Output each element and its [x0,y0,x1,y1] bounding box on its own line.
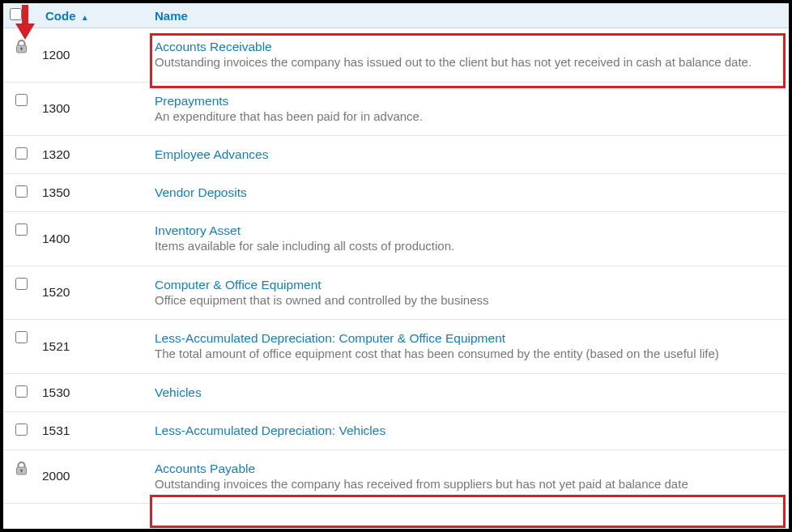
account-description: Outstanding invoices the company has rec… [155,476,784,492]
table-row: 1531Less-Accumulated Depreciation: Vehic… [3,411,789,449]
account-description: An expenditure that has been paid for in… [155,109,784,125]
row-code: 1320 [39,136,148,174]
table-row: 1400Inventory AssetItems available for s… [3,212,789,266]
select-all-checkbox[interactable] [10,8,22,20]
row-code: 1400 [39,212,148,266]
account-link[interactable]: Less-Accumulated Depreciation: Computer … [155,331,505,345]
row-select-cell [3,411,39,449]
row-name-cell: Less-Accumulated Depreciation: Vehicles [148,411,789,449]
row-name-cell: Employee Advances [148,136,789,174]
table-row: 1200Accounts ReceivableOutstanding invoi… [3,28,789,83]
row-checkbox[interactable] [15,423,28,436]
row-select-cell [3,136,39,174]
row-select-cell [3,320,39,374]
row-select-cell [3,373,39,411]
header-code-label: Code [45,9,76,23]
account-link[interactable]: Accounts Payable [155,462,255,475]
row-select-cell [3,82,39,136]
svg-rect-5 [20,470,21,473]
table-row: 1300PrepaymentsAn expenditure that has b… [3,82,789,136]
header-checkbox-cell [3,3,39,28]
account-link[interactable]: Vendor Deposits [155,185,247,199]
row-code: 1530 [39,373,148,411]
accounts-table: Code ▲ Name 1200Accounts ReceivableOutst… [3,3,789,504]
table-row: 2000Accounts PayableOutstanding invoices… [3,449,789,504]
header-name-label: Name [155,9,188,23]
row-name-cell: Accounts PayableOutstanding invoices the… [148,449,789,504]
row-checkbox[interactable] [15,331,28,343]
account-description: The total amount of office equipment cos… [155,346,784,362]
row-name-cell: PrepaymentsAn expenditure that has been … [148,82,789,136]
account-link[interactable]: Employee Advances [155,147,268,161]
account-description: Office equipment that is owned and contr… [155,292,784,309]
row-code: 1521 [39,320,148,374]
table-row: 1320Employee Advances [3,136,789,174]
account-link[interactable]: Accounts Receivable [155,40,272,53]
row-name-cell: Computer & Office EquipmentOffice equipm… [148,266,789,320]
header-name[interactable]: Name [148,3,789,28]
row-name-cell: Inventory AssetItems available for sale … [148,212,789,266]
row-select-cell [3,174,39,212]
row-code: 1350 [39,174,148,212]
table-row: 1530Vehicles [3,373,789,411]
row-name-cell: Less-Accumulated Depreciation: Computer … [148,320,789,374]
header-code[interactable]: Code ▲ [39,3,148,28]
row-select-cell [3,449,39,504]
table-row: 1350Vendor Deposits [3,174,789,212]
row-checkbox[interactable] [15,385,28,398]
account-link[interactable]: Prepayments [155,94,228,108]
row-checkbox[interactable] [15,278,28,290]
row-name-cell: Vendor Deposits [148,174,789,212]
table-row: 1521Less-Accumulated Depreciation: Compu… [3,320,789,374]
row-code: 1300 [39,82,148,136]
row-select-cell [3,212,39,266]
row-code: 1520 [39,266,148,320]
lock-icon [15,462,28,478]
account-link[interactable]: Vehicles [155,385,202,399]
row-checkbox[interactable] [15,147,28,160]
account-description: Outstanding invoices the company has iss… [155,54,784,70]
row-checkbox[interactable] [15,185,28,198]
account-link[interactable]: Computer & Office Equipment [155,278,321,292]
row-name-cell: Accounts ReceivableOutstanding invoices … [148,28,789,83]
row-select-cell [3,28,39,83]
row-code: 1200 [39,28,148,83]
svg-rect-2 [20,49,21,51]
account-link[interactable]: Less-Accumulated Depreciation: Vehicles [155,423,385,437]
table-row: 1520Computer & Office EquipmentOffice eq… [3,266,789,320]
row-select-cell [3,266,39,320]
row-code: 1531 [39,411,148,449]
row-checkbox[interactable] [15,94,28,106]
row-code: 2000 [39,449,148,504]
row-checkbox[interactable] [15,223,28,236]
lock-icon [15,40,28,56]
sort-asc-icon: ▲ [81,13,89,22]
account-link[interactable]: Inventory Asset [155,223,241,237]
account-description: Items available for sale including all c… [155,238,784,254]
row-name-cell: Vehicles [148,373,789,411]
